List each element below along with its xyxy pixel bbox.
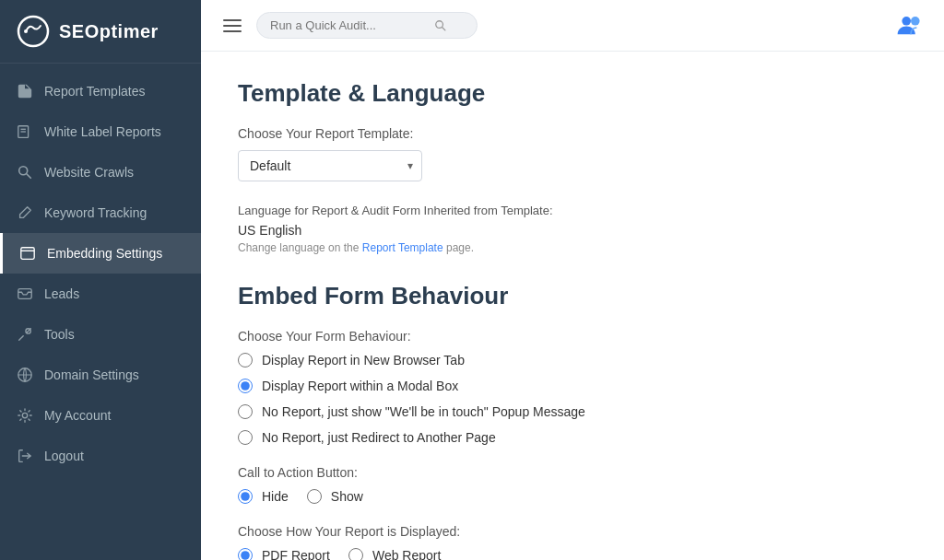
sidebar-item-report-templates[interactable]: Report Templates [0, 71, 201, 111]
user-group-icon [896, 11, 926, 37]
svg-rect-7 [21, 248, 34, 260]
globe-icon [17, 367, 33, 383]
svg-rect-9 [18, 289, 31, 299]
behaviour-option-redirect[interactable]: No Report, just Redirect to Another Page [238, 430, 907, 445]
file-icon [17, 83, 33, 99]
language-hint-text: Change language on the [238, 241, 362, 254]
sidebar-logo: SEOptimer [0, 0, 201, 64]
language-hint: Change language on the Report Template p… [238, 241, 907, 254]
code-icon [19, 245, 36, 262]
cta-label: Call to Action Button: [238, 465, 907, 480]
pencil-icon [17, 204, 33, 221]
content-area: Template & Language Choose Your Report T… [201, 52, 944, 560]
radio-redirect[interactable] [238, 430, 253, 445]
language-value: US English [238, 223, 907, 238]
svg-point-13 [436, 20, 443, 28]
magnify-icon [17, 164, 33, 181]
sidebar-item-tools[interactable]: Tools [0, 314, 201, 355]
radio-modal-box[interactable] [238, 379, 253, 393]
radio-cta-show[interactable] [307, 489, 322, 504]
behaviour-option-modal-box[interactable]: Display Report within a Modal Box [238, 379, 907, 393]
radio-popup-msg[interactable] [238, 404, 253, 419]
sidebar-item-embedding-settings[interactable]: Embedding Settings [0, 233, 201, 274]
radio-cta-hide[interactable] [238, 489, 253, 504]
radio-new-tab[interactable] [238, 353, 253, 368]
sidebar-item-white-label-reports[interactable]: White Label Reports [0, 111, 201, 152]
template-select[interactable]: Default Template 1 Template 2 [238, 150, 422, 181]
sidebar-item-label-embedding-settings: Embedding Settings [47, 246, 162, 261]
sidebar-item-logout[interactable]: Logout [0, 436, 201, 476]
sidebar-item-website-crawls[interactable]: Website Crawls [0, 152, 201, 192]
gear-icon [17, 407, 33, 424]
sidebar-item-label-leads: Leads [44, 286, 79, 301]
sidebar-item-domain-settings[interactable]: Domain Settings [0, 355, 201, 395]
embed-section-title: Embed Form Behaviour [238, 282, 907, 310]
template-select-wrapper: Default Template 1 Template 2 ▾ [238, 150, 422, 181]
language-label: Language for Report & Audit Form Inherit… [238, 204, 907, 217]
svg-point-1 [24, 29, 28, 33]
language-hint-suffix: page. [443, 241, 474, 254]
behaviour-label: Choose Your Form Behaviour: [238, 329, 907, 344]
svg-point-12 [22, 413, 27, 417]
radio-cta-hide-label: Hide [262, 489, 289, 504]
svg-line-14 [442, 27, 445, 29]
sidebar-item-label-keyword-tracking: Keyword Tracking [44, 205, 147, 220]
menu-bar-2 [223, 25, 242, 27]
search-input[interactable] [270, 18, 427, 32]
radio-web-report-label: Web Report [372, 548, 441, 560]
sidebar-item-label-website-crawls: Website Crawls [44, 165, 134, 180]
sidebar-item-keyword-tracking[interactable]: Keyword Tracking [0, 192, 201, 233]
report-display-section: Choose How Your Report is Displayed: PDF… [238, 524, 907, 560]
svg-point-15 [902, 17, 911, 26]
logo-text: SEOptimer [59, 21, 159, 42]
topbar-right [896, 11, 926, 41]
search-icon [434, 19, 447, 32]
report-display-option-pdf[interactable]: PDF Report [238, 548, 330, 560]
cta-radio-group: Hide Show [238, 489, 907, 504]
radio-cta-show-label: Show [331, 489, 363, 504]
cta-option-show[interactable]: Show [307, 489, 363, 504]
menu-bar-1 [223, 19, 242, 21]
topbar [201, 0, 944, 52]
language-section: Language for Report & Audit Form Inherit… [238, 204, 907, 254]
cta-section: Call to Action Button: Hide Show [238, 465, 907, 504]
logout-icon [17, 448, 33, 464]
tag-icon [17, 123, 33, 140]
main-area: Template & Language Choose Your Report T… [201, 0, 944, 560]
radio-popup-msg-label: No Report, just show "We'll be in touch"… [262, 404, 585, 419]
report-display-option-web[interactable]: Web Report [348, 548, 441, 560]
radio-new-tab-label: Display Report in New Browser Tab [262, 353, 465, 368]
tools-icon [17, 326, 33, 343]
inbox-icon [17, 286, 33, 302]
search-box [256, 12, 478, 39]
sidebar: SEOptimer Report Templates White Label R… [0, 0, 201, 560]
template-dropdown-label: Choose Your Report Template: [238, 126, 907, 141]
menu-bar-3 [223, 30, 242, 32]
sidebar-item-label-white-label-reports: White Label Reports [44, 124, 161, 139]
radio-pdf-report-label: PDF Report [262, 548, 330, 560]
report-template-link[interactable]: Report Template [362, 241, 443, 254]
seoptimer-logo-icon [17, 15, 50, 48]
svg-point-0 [18, 17, 48, 46]
radio-pdf-report[interactable] [238, 548, 253, 560]
sidebar-item-leads[interactable]: Leads [0, 274, 201, 314]
behaviour-option-new-tab[interactable]: Display Report in New Browser Tab [238, 353, 907, 368]
sidebar-nav: Report Templates White Label Reports Web… [0, 64, 201, 560]
radio-modal-box-label: Display Report within a Modal Box [262, 379, 458, 393]
cta-option-hide[interactable]: Hide [238, 489, 289, 504]
sidebar-item-label-logout: Logout [44, 449, 84, 463]
sidebar-item-label-report-templates: Report Templates [44, 84, 145, 99]
template-section-title: Template & Language [238, 79, 907, 108]
sidebar-item-my-account[interactable]: My Account [0, 395, 201, 436]
menu-toggle-button[interactable] [219, 16, 245, 36]
report-display-radio-group: PDF Report Web Report [238, 548, 907, 560]
behaviour-radio-group: Display Report in New Browser Tab Displa… [238, 353, 907, 445]
user-account-button[interactable] [896, 11, 926, 40]
behaviour-option-popup-msg[interactable]: No Report, just show "We'll be in touch"… [238, 404, 907, 419]
sidebar-item-label-domain-settings: Domain Settings [44, 368, 139, 382]
sidebar-item-label-my-account: My Account [44, 408, 111, 423]
radio-web-report[interactable] [348, 548, 363, 560]
radio-redirect-label: No Report, just Redirect to Another Page [262, 430, 496, 445]
svg-point-16 [911, 17, 920, 26]
svg-line-6 [27, 174, 31, 179]
